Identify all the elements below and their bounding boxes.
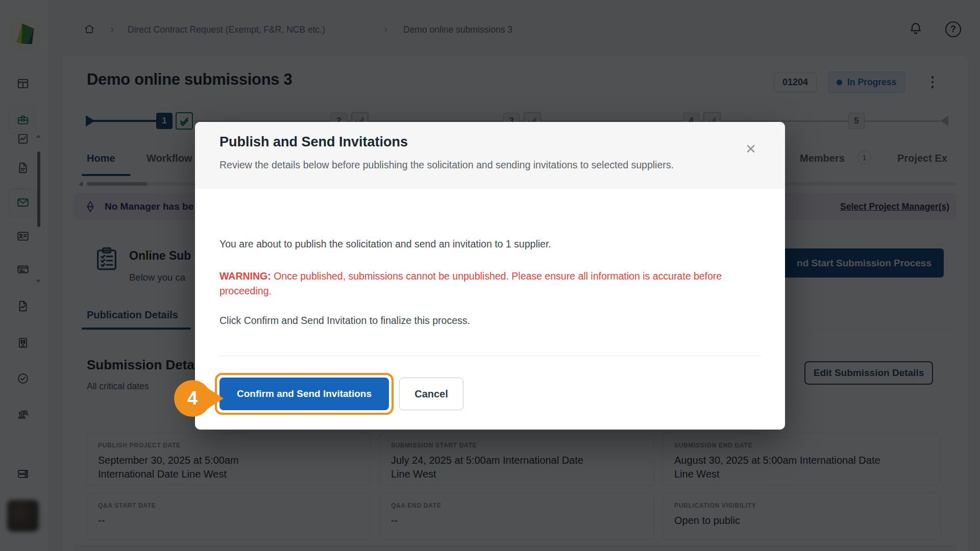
cancel-button[interactable]: Cancel: [399, 378, 463, 410]
modal-header: [195, 122, 785, 189]
warning-text: Once published, submissions cannot be un…: [219, 270, 722, 296]
modal-warning: WARNING: Once published, submissions can…: [219, 269, 750, 299]
application-window: › Direct Contract Request (Exempt, F&R, …: [0, 0, 980, 551]
modal-footer-divider: [219, 356, 761, 356]
modal-body-line1: You are about to publish the solicitatio…: [219, 238, 551, 250]
warning-label: WARNING:: [219, 270, 271, 282]
annotation-step-badge: 4: [174, 380, 211, 417]
close-icon[interactable]: ✕: [745, 141, 756, 157]
modal-title: Publish and Send Invitations: [219, 134, 408, 150]
modal-description: Review the details below before publishi…: [219, 158, 687, 172]
modal-body-line3: Click Confirm and Send Invitation to fin…: [219, 315, 470, 327]
annotation-highlight-ring: [215, 373, 394, 415]
